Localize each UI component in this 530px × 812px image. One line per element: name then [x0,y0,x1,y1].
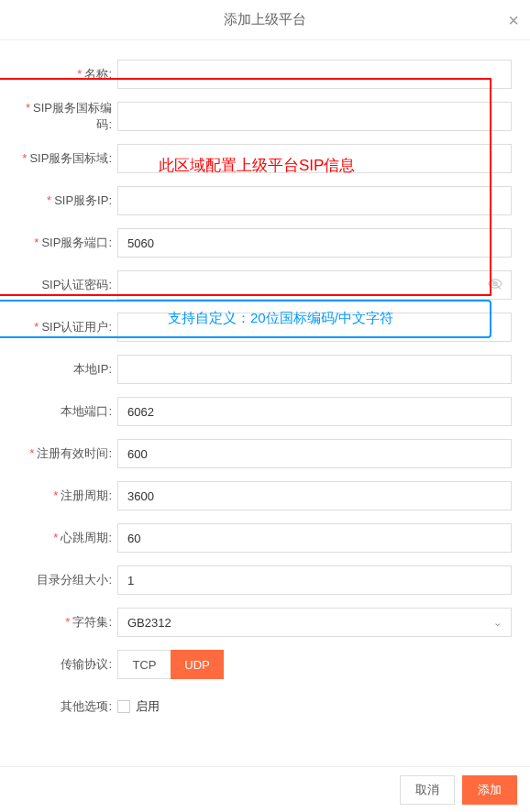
modal-body: 名称: SIP服务国标编码: SIP服务国标域: SIP服务IP: SIP服务端… [0,41,530,721]
row-other: 其他选项: 启用 [18,692,512,721]
input-sip-ip[interactable] [117,186,512,215]
label-local-port: 本地端口: [18,403,117,420]
label-sip-password: SIP认证密码: [18,277,117,293]
row-name: 名称: [18,60,512,89]
row-charset: 字符集: GB2312 ⌄ [18,608,512,637]
row-sip-user: SIP认证用户: [18,313,512,342]
chevron-down-icon: ⌄ [493,617,502,629]
input-name[interactable] [117,60,512,89]
input-sip-user[interactable] [117,313,512,342]
input-sip-port[interactable] [117,228,512,258]
label-sip-user: SIP认证用户: [18,319,117,335]
segment-protocol: TCP UDP [117,650,224,679]
row-sip-ip: SIP服务IP: [18,186,512,215]
label-protocol: 传输协议: [18,656,117,673]
row-reg-valid: 注册有效时间: [18,439,512,468]
input-reg-valid[interactable] [117,439,512,468]
row-sip-port: SIP服务端口: [18,228,512,258]
modal-header: 添加上级平台 × [0,0,530,40]
row-sip-code: SIP服务国标编码: [18,102,512,131]
segment-udp[interactable]: UDP [171,650,224,679]
eye-icon[interactable] [488,277,502,294]
label-dir-group: 目录分组大小: [18,572,117,588]
input-dir-group[interactable] [117,565,512,595]
input-sip-code[interactable] [117,102,512,131]
row-local-port: 本地端口: [18,397,512,426]
row-dir-group: 目录分组大小: [18,565,512,595]
row-local-ip: 本地IP: [18,355,512,384]
checkbox-enable[interactable] [117,700,130,713]
label-sip-domain: SIP服务国标域: [18,150,117,167]
label-charset: 字符集: [18,614,117,631]
label-name: 名称: [18,66,117,82]
label-reg-period: 注册周期: [18,488,117,504]
modal-title: 添加上级平台 [224,11,306,28]
input-sip-domain[interactable] [117,144,512,173]
label-sip-ip: SIP服务IP: [18,192,117,209]
input-local-ip[interactable] [117,355,512,384]
label-sip-code: SIP服务国标编码: [18,100,117,133]
row-sip-domain: SIP服务国标域: [18,144,512,173]
row-heartbeat: 心跳周期: [18,523,512,553]
checkbox-enable-label: 启用 [136,698,160,715]
label-other: 其他选项: [18,698,117,715]
modal-dialog: 添加上级平台 × 名称: SIP服务国标编码: SIP服务国标域: SIP服务I… [0,0,530,812]
label-sip-port: SIP服务端口: [18,235,117,251]
input-sip-password[interactable] [117,270,512,300]
close-icon[interactable]: × [508,11,519,29]
select-charset[interactable]: GB2312 ⌄ [117,608,512,637]
input-reg-period[interactable] [117,481,512,510]
segment-tcp[interactable]: TCP [117,650,171,679]
row-protocol: 传输协议: TCP UDP [18,650,512,679]
label-heartbeat: 心跳周期: [18,530,117,546]
cancel-button[interactable]: 取消 [400,775,455,805]
input-heartbeat[interactable] [117,523,512,553]
row-reg-period: 注册周期: [18,481,512,510]
modal-footer: 取消 添加 [0,766,530,812]
row-sip-password: SIP认证密码: [18,270,512,300]
label-reg-valid: 注册有效时间: [18,445,117,462]
select-charset-value: GB2312 [127,616,171,630]
submit-button[interactable]: 添加 [462,775,517,805]
input-local-port[interactable] [117,397,512,426]
label-local-ip: 本地IP: [18,361,117,378]
